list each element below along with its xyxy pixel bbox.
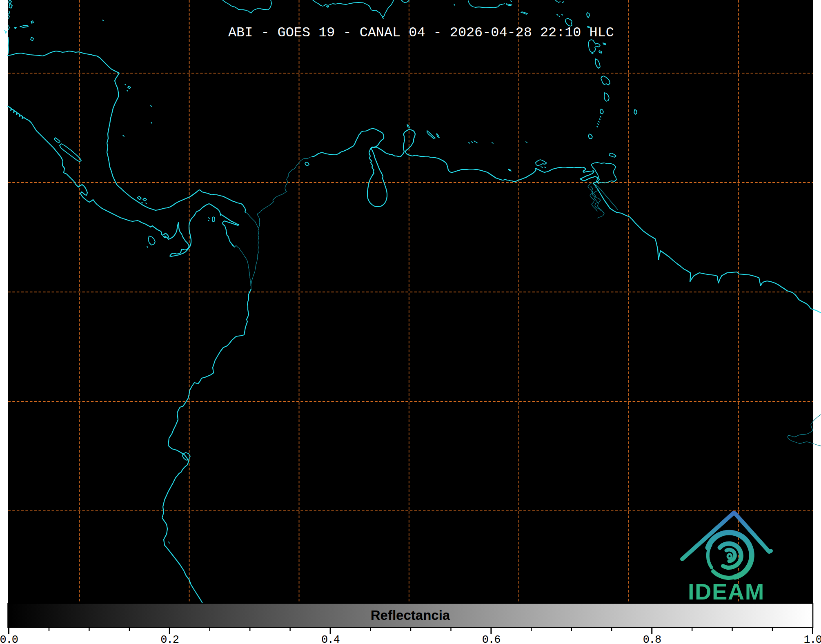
svg-text:IDEAM: IDEAM (688, 579, 765, 604)
svg-text:0.6: 0.6 (482, 634, 500, 644)
svg-text:0.8: 0.8 (643, 634, 661, 644)
svg-text:ABI - GOES 19 - CANAL 04 - 202: ABI - GOES 19 - CANAL 04 - 2026-04-28 22… (228, 25, 614, 40)
svg-text:0.4: 0.4 (321, 634, 339, 644)
svg-text:Reflectancia: Reflectancia (371, 608, 450, 623)
svg-text:1.0: 1.0 (803, 634, 821, 644)
svg-text:0.0: 0.0 (0, 634, 18, 644)
svg-text:0.2: 0.2 (160, 634, 178, 644)
